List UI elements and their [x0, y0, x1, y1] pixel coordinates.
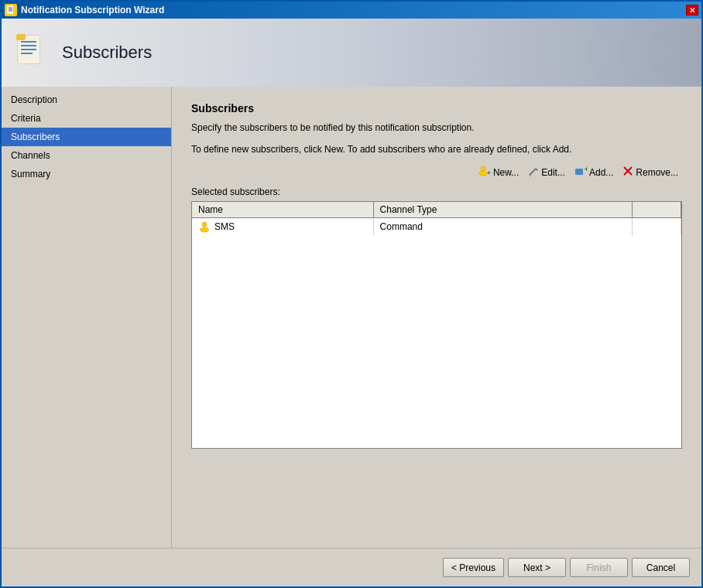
add-icon: +: [574, 166, 587, 179]
sidebar-item-subscribers[interactable]: Subscribers: [2, 128, 171, 146]
row-channel-cell: Command: [373, 218, 633, 236]
subscribers-table: Name Channel Type: [192, 202, 681, 235]
svg-point-14: [651, 22, 701, 84]
remove-button[interactable]: Remove...: [619, 164, 682, 180]
svg-line-18: [530, 169, 536, 175]
sidebar-item-channels[interactable]: Channels: [2, 146, 171, 165]
window-icon: [5, 4, 17, 16]
main-window: Notification Subscription Wizard ✕ Subsc…: [0, 0, 703, 588]
new-icon: +: [478, 166, 491, 179]
row-extra-cell: [633, 218, 681, 236]
svg-rect-21: [575, 169, 583, 175]
svg-point-12: [593, 19, 701, 87]
svg-point-13: [624, 19, 701, 87]
edit-button[interactable]: Edit...: [524, 164, 569, 180]
svg-point-25: [202, 222, 207, 227]
col-channel-header: Channel Type: [373, 202, 633, 218]
remove-icon: [622, 166, 633, 179]
edit-icon: [528, 166, 539, 179]
header-title: Subscribers: [62, 43, 152, 63]
footer: < Previous Next > Finish Cancel: [2, 548, 701, 586]
title-bar-left: Notification Subscription Wizard: [5, 4, 164, 16]
header-document-icon: [13, 34, 50, 71]
remove-button-label: Remove...: [636, 167, 678, 178]
subscriber-icon: [198, 220, 211, 233]
header-bg-pattern: [547, 19, 701, 87]
finish-button[interactable]: Finish: [570, 558, 628, 577]
table-header-row: Name Channel Type: [192, 202, 681, 218]
svg-line-20: [530, 175, 531, 176]
content-area: Subscribers Specify the subscribers to b…: [172, 87, 701, 548]
sidebar: Description Criteria Subscribers Channel…: [2, 87, 172, 548]
subscribers-table-container: Name Channel Type: [191, 201, 682, 449]
sidebar-item-description[interactable]: Description: [2, 91, 171, 109]
add-button-label: Add...: [589, 167, 613, 178]
close-button[interactable]: ✕: [686, 5, 698, 15]
selected-subscribers-label: Selected subscribers:: [191, 186, 682, 197]
window-title: Notification Subscription Wizard: [21, 5, 164, 15]
content-description-2: To define new subscribers, click New. To…: [191, 142, 682, 156]
sidebar-item-criteria[interactable]: Criteria: [2, 109, 171, 128]
sidebar-item-summary[interactable]: Summary: [2, 165, 171, 183]
toolbar: + New... Edit...: [191, 164, 682, 180]
content-section-title: Subscribers: [191, 102, 682, 115]
row-name-cell: SMS: [192, 218, 373, 236]
edit-button-label: Edit...: [541, 167, 565, 178]
svg-point-26: [201, 227, 209, 232]
previous-button[interactable]: < Previous: [443, 558, 504, 577]
title-bar: Notification Subscription Wizard ✕: [2, 2, 701, 19]
new-button-label: New...: [493, 167, 519, 178]
next-button[interactable]: Next >: [508, 558, 566, 577]
col-name-header: Name: [192, 202, 373, 218]
main-content: Description Criteria Subscribers Channel…: [2, 87, 701, 548]
new-button[interactable]: + New...: [475, 164, 523, 180]
add-button[interactable]: + Add...: [571, 164, 617, 180]
table-row[interactable]: SMS Command: [192, 218, 681, 236]
svg-point-16: [479, 171, 487, 176]
svg-text:+: +: [487, 169, 491, 176]
svg-rect-11: [16, 34, 26, 40]
svg-text:+: +: [585, 166, 587, 173]
header-area: Subscribers: [2, 19, 701, 87]
svg-point-15: [481, 166, 485, 171]
content-description-1: Specify the subscribers to be notified b…: [191, 121, 682, 135]
col-extra-header: [633, 202, 681, 218]
svg-line-19: [536, 169, 537, 170]
cancel-button[interactable]: Cancel: [632, 558, 690, 577]
